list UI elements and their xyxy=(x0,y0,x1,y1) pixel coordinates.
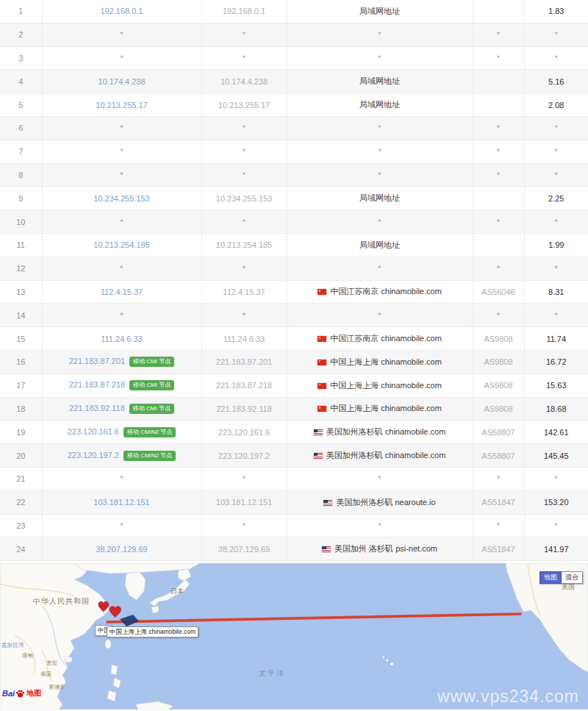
ip-cell: 10.234.255.153 xyxy=(42,187,201,210)
hop-cell: 15 xyxy=(0,327,42,351)
asn-cell xyxy=(473,0,524,23)
location-cell: * xyxy=(287,116,473,140)
hop-cell: 7 xyxy=(0,140,42,163)
ip-link[interactable]: 221.183.87.218 xyxy=(69,380,125,389)
ocean xyxy=(0,563,588,710)
ip-link[interactable]: 111.24.6.33 xyxy=(101,335,142,343)
ip-plain-cell: 192.168.0.1 xyxy=(201,0,287,23)
location-cell: 中国上海上海 chinamobile.com xyxy=(287,350,473,374)
latency-cell: 15.63 xyxy=(524,374,588,397)
ip-missing: * xyxy=(120,171,123,179)
asn-cell: AS9808 xyxy=(473,327,524,351)
ip-cell: 221.183.92.118移动 CMI 节点 xyxy=(42,397,201,421)
table-row: 22103.181.12.151103.181.12.151美国加州洛杉矶 ne… xyxy=(0,490,588,514)
ip-link[interactable]: 38.207.129.69 xyxy=(96,545,147,554)
latency-cell: 18.68 xyxy=(524,397,588,421)
hop-cell: 10 xyxy=(0,210,42,234)
location-missing: * xyxy=(378,264,381,273)
location-cell: * xyxy=(287,210,473,234)
ip-plain-cell: 10.213.254.185 xyxy=(201,233,287,257)
asn-cell: AS51847 xyxy=(473,537,524,561)
location-text: 局域网地址 xyxy=(359,240,400,249)
table-row: 7***** xyxy=(0,140,588,163)
table-row: 1110.213.254.18510.213.254.185局域网地址1.99 xyxy=(0,233,588,257)
location-text: 中国江苏南京 chinamobile.com xyxy=(330,334,442,343)
ip-plain-cell: * xyxy=(201,210,287,234)
location-text: 美国加州洛杉矶 chinamobile.com xyxy=(326,427,446,436)
node-badge: 移动 CMI 节点 xyxy=(129,404,174,414)
ip-link[interactable]: 221.183.87.201 xyxy=(69,357,125,365)
asn-cell xyxy=(473,93,524,117)
ip-cell: 112.4.15.37 xyxy=(42,280,201,304)
location-cell: * xyxy=(287,304,473,327)
node-badge: 移动 CMI 节点 xyxy=(129,380,174,390)
ip-missing: * xyxy=(120,264,123,273)
ip-cell: * xyxy=(42,116,201,140)
map-type-map-button[interactable]: 地图 xyxy=(539,571,562,584)
location-missing: * xyxy=(378,30,381,39)
hop-cell: 14 xyxy=(0,304,42,327)
hop-cell: 2 xyxy=(0,23,42,46)
ip-link[interactable]: 221.183.92.118 xyxy=(69,404,125,412)
ip-cell: * xyxy=(42,514,201,537)
table-row: 19223.120.161.6移动 CMIN2 节点223.120.161.6美… xyxy=(0,421,588,444)
location-cell: * xyxy=(287,140,473,163)
location-cell: 中国上海上海 chinamobile.com xyxy=(287,397,473,421)
ip-link[interactable]: 223.120.161.6 xyxy=(68,427,119,436)
asn-cell: * xyxy=(473,467,524,490)
ip-link[interactable]: 10.213.254.185 xyxy=(93,240,149,249)
ip-link[interactable]: 10.234.255.153 xyxy=(93,194,149,203)
table-row: 13112.4.15.37112.4.15.37中国江苏南京 chinamobi… xyxy=(0,280,588,304)
latency-cell: 1.99 xyxy=(524,233,588,257)
latency-cell: 2.25 xyxy=(524,187,588,210)
ip-link[interactable]: 112.4.15.37 xyxy=(101,287,143,296)
table-row: 6***** xyxy=(0,116,588,140)
latency-cell: * xyxy=(524,46,588,70)
ip-link[interactable]: 103.181.12.151 xyxy=(93,498,149,507)
table-row: 3***** xyxy=(0,46,588,70)
location-text: 局域网地址 xyxy=(359,193,400,202)
asn-cell: AS58807 xyxy=(473,421,524,444)
ip-cell: 192.168.0.1 xyxy=(42,0,201,23)
ip-missing: * xyxy=(120,30,123,39)
ip-link[interactable]: 10.174.4.238 xyxy=(98,77,145,86)
ip-plain-cell: 10.213.255.17 xyxy=(201,93,287,117)
ip-cell: 10.213.254.185 xyxy=(42,233,201,257)
latency-cell: 145.45 xyxy=(524,444,588,468)
hop-cell: 11 xyxy=(0,233,42,257)
hop-cell: 5 xyxy=(0,93,42,117)
location-cell: 美国加州洛杉矶 chinamobile.com xyxy=(287,421,473,444)
ip-cell: 103.181.12.151 xyxy=(42,490,201,514)
map-type-hybrid-button[interactable]: 混合 xyxy=(562,571,583,584)
hainan xyxy=(65,657,72,662)
cn-flag-icon xyxy=(318,383,326,389)
hop-cell: 18 xyxy=(0,397,42,421)
hop-cell: 21 xyxy=(0,467,42,490)
hawaii-island xyxy=(383,657,384,658)
ip-cell: * xyxy=(42,210,201,234)
ip-cell: 10.174.4.238 xyxy=(42,70,201,93)
location-cell: 局域网地址 xyxy=(287,0,473,23)
hop-cell: 9 xyxy=(0,187,42,210)
asn-cell: * xyxy=(473,257,524,280)
ip-plain-cell: 38.207.129.69 xyxy=(201,537,287,561)
cn-flag-icon xyxy=(318,289,326,295)
ip-cell: 221.183.87.201移动 CMI 节点 xyxy=(42,350,201,374)
map-type-control: 地图混合 xyxy=(539,571,583,584)
cn-flag-icon xyxy=(318,336,326,342)
cn-flag-icon xyxy=(318,360,326,365)
asn-cell: AS9808 xyxy=(473,397,524,421)
route-map[interactable]: 中国 中国上海上海 chinamobile.com 地图混合 Bai 地图 ww… xyxy=(0,563,588,710)
ip-missing: * xyxy=(120,521,123,530)
ip-cell: * xyxy=(42,163,201,187)
ip-link[interactable]: 10.213.255.17 xyxy=(96,101,147,110)
table-row: 12***** xyxy=(0,257,588,280)
ip-link[interactable]: 223.120.197.2 xyxy=(68,451,119,460)
location-missing: * xyxy=(378,218,381,226)
japan-kyushu xyxy=(151,606,159,613)
location-missing: * xyxy=(378,124,381,132)
ip-link[interactable]: 192.168.0.1 xyxy=(100,7,143,15)
hop-cell: 19 xyxy=(0,421,42,444)
latency-cell: * xyxy=(524,163,588,187)
asn-cell: * xyxy=(473,210,524,234)
